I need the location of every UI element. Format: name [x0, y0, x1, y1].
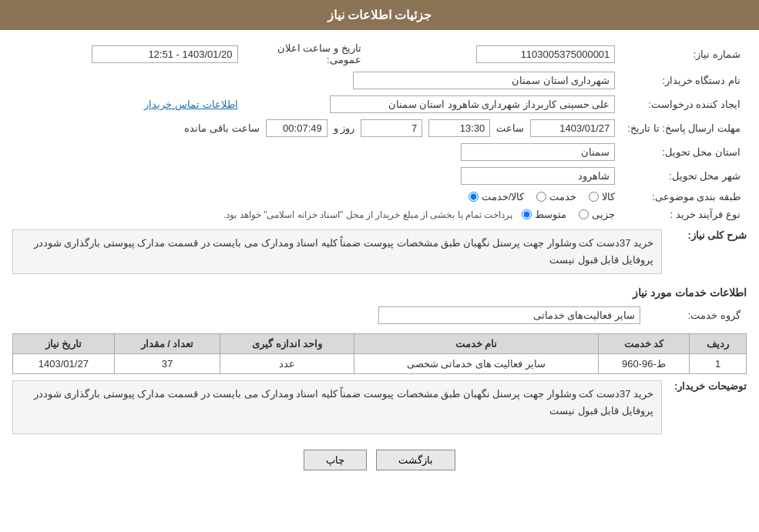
deadline-days-input: 7 [361, 119, 422, 137]
delivery-city-value: شاهرود [12, 164, 621, 188]
deadline-row-flex: 1403/01/27 ساعت 13:30 7 روز و 00:07:49 [18, 119, 615, 137]
category-khadamat-radio[interactable] [536, 192, 546, 202]
contact-info-link[interactable]: اطلاعات تماس خریدار [144, 99, 237, 110]
category-khadamat-label: خدمت [549, 191, 576, 202]
service-group-row: گروه خدمت: سایر فعالیت‌های خدماتی [12, 303, 747, 327]
delivery-city-label: شهر محل تحویل: [621, 164, 747, 188]
deadline-time-input: 13:30 [428, 119, 490, 137]
cell-row: 1 [690, 354, 747, 374]
service-group-label: گروه خدمت: [646, 303, 747, 327]
category-kala-option[interactable]: کالا [589, 191, 615, 202]
category-radio-group: کالا خدمت کالا/خدمت [468, 191, 616, 202]
delivery-province-input: سمنان [461, 143, 615, 161]
page-header: جزئیات اطلاعات نیاز [0, 0, 759, 30]
delivery-province-label: استان محل تحویل: [621, 140, 747, 164]
announcement-input: 1403/01/20 - 12:51 [92, 45, 238, 63]
button-group: بازگشت چاپ [12, 450, 747, 470]
category-khadamat-option[interactable]: خدمت [536, 191, 576, 202]
col-date: تاریخ نیاز [13, 334, 115, 354]
remaining-label: ساعت باقی مانده [184, 122, 259, 134]
buyer-notes-label: توضیحات خریدار: [670, 380, 747, 392]
process-note: پرداخت تمام یا بخشی از مبلغ خریدار از مح… [223, 209, 512, 220]
info-table: شماره نیاز: 1103005375000001 تاریخ و ساع… [12, 39, 747, 223]
time-label: ساعت [496, 122, 524, 134]
need-number-value: 1103005375000001 [368, 39, 622, 69]
deadline-row: مهلت ارسال پاسخ: تا تاریخ: 1403/01/27 سا… [12, 116, 747, 140]
description-text: خرید 37دست کت وشلوار جهت پرسنل نگهبان طب… [12, 229, 662, 274]
process-motavasset-option[interactable]: متوسط [522, 209, 566, 220]
contact-info-link-cell: اطلاعات تماس خریدار [12, 92, 244, 116]
cell-name: سایر فعالیت های خدماتی شخصی [354, 354, 599, 374]
col-code: کد خدمت [598, 334, 689, 354]
table-body: 1 ط-96-960 سایر فعالیت های خدماتی شخصی ع… [13, 354, 747, 374]
category-kala-label: کالا [602, 191, 615, 202]
delivery-city-row: شهر محل تحویل: شاهرود [12, 164, 747, 188]
category-row: طبقه بندی موضوعی: کالا خدمت کالا/خدمت [12, 188, 747, 206]
deadline-remaining-input: 00:07:49 [266, 119, 327, 137]
delivery-province-value: سمنان [12, 140, 621, 164]
process-motavasset-label: متوسط [535, 209, 566, 220]
back-button[interactable]: بازگشت [376, 450, 455, 470]
description-content: خرید 37دست کت وشلوار جهت پرسنل نگهبان طب… [12, 229, 662, 279]
requester-value: علی حسینی کاربرداز شهرداری شاهرود استان … [244, 92, 622, 116]
cell-qty: 37 [114, 354, 220, 374]
buyer-org-row: نام دستگاه خریدار: شهرداری استان سمنان [12, 69, 747, 92]
process-jozyi-option[interactable]: جزیی [579, 209, 615, 220]
col-name: نام خدمت [354, 334, 599, 354]
process-type-flex: جزیی متوسط پرداخت تمام یا بخشی از مبلغ خ… [18, 209, 615, 220]
services-data-table: ردیف کد خدمت نام خدمت واحد اندازه گیری ت… [12, 333, 747, 374]
col-row: ردیف [690, 334, 747, 354]
process-type-value: جزیی متوسط پرداخت تمام یا بخشی از مبلغ خ… [12, 206, 621, 223]
service-section-title: اطلاعات خدمات مورد نیاز [12, 286, 747, 299]
process-type-row: نوع فرآیند خرید : جزیی متوسط [12, 206, 747, 223]
buyer-org-label: نام دستگاه خریدار: [621, 69, 747, 92]
process-jozyi-radio[interactable] [579, 209, 589, 219]
cell-date: 1403/01/27 [13, 354, 115, 374]
announcement-label: تاریخ و ساعت اعلان عمومی: [244, 39, 368, 69]
requester-input: علی حسینی کاربرداز شهرداری شاهرود استان … [330, 95, 615, 113]
process-jozyi-label: جزیی [592, 209, 615, 220]
category-kala-khadamat-label: کالا/خدمت [482, 191, 525, 202]
description-label: شرح کلی نیاز: [670, 229, 747, 241]
category-kala-radio[interactable] [589, 192, 599, 202]
announcement-value: 1403/01/20 - 12:51 [12, 39, 244, 69]
buyer-notes-section: توضیحات خریدار: خرید 37دست کت وشلوار جهت… [12, 380, 747, 439]
table-header-row: ردیف کد خدمت نام خدمت واحد اندازه گیری ت… [13, 334, 747, 354]
table-header: ردیف کد خدمت نام خدمت واحد اندازه گیری ت… [13, 334, 747, 354]
buyer-notes-text: خرید 37دست کت وشلوار جهت پرسنل نگهبان طب… [12, 380, 662, 434]
need-number-input: 1103005375000001 [476, 45, 615, 63]
category-kala-khadamat-radio[interactable] [468, 192, 479, 202]
deadline-label: مهلت ارسال پاسخ: تا تاریخ: [621, 116, 747, 140]
col-unit: واحد اندازه گیری [220, 334, 354, 354]
requester-label: ایجاد کننده درخواست: [621, 92, 747, 116]
service-group-value: سایر فعالیت‌های خدماتی [12, 303, 646, 327]
page-title: جزئیات اطلاعات نیاز [327, 8, 432, 22]
table-row: 1 ط-96-960 سایر فعالیت های خدماتی شخصی ع… [13, 354, 747, 374]
print-button[interactable]: چاپ [304, 450, 367, 470]
buyer-org-input: شهرداری استان سمنان [353, 72, 615, 89]
deadline-date-input: 1403/01/27 [530, 119, 615, 137]
process-radio-group: جزیی متوسط [522, 209, 615, 220]
service-group-table: گروه خدمت: سایر فعالیت‌های خدماتی [12, 303, 747, 327]
deadline-value: 1403/01/27 ساعت 13:30 7 روز و 00:07:49 [12, 116, 621, 140]
buyer-org-value: شهرداری استان سمنان [12, 69, 621, 92]
delivery-province-row: استان محل تحویل: سمنان [12, 140, 747, 164]
buyer-notes-content: خرید 37دست کت وشلوار جهت پرسنل نگهبان طب… [12, 380, 662, 439]
main-content: شماره نیاز: 1103005375000001 تاریخ و ساع… [0, 30, 759, 487]
category-label: طبقه بندی موضوعی: [621, 188, 747, 206]
days-label: روز و [334, 122, 355, 134]
delivery-city-input: شاهرود [461, 167, 615, 185]
col-qty: تعداد / مقدار [114, 334, 220, 354]
service-group-input: سایر فعالیت‌های خدماتی [378, 306, 640, 324]
process-motavasset-radio[interactable] [522, 209, 532, 219]
category-value: کالا خدمت کالا/خدمت [12, 188, 621, 206]
cell-code: ط-96-960 [598, 354, 689, 374]
category-kala-khadamat-option[interactable]: کالا/خدمت [468, 191, 525, 202]
need-number-row: شماره نیاز: 1103005375000001 تاریخ و ساع… [12, 39, 747, 69]
need-number-label: شماره نیاز: [621, 39, 747, 69]
process-type-label: نوع فرآیند خرید : [621, 206, 747, 223]
description-section: شرح کلی نیاز: خرید 37دست کت وشلوار جهت پ… [12, 229, 747, 279]
requester-row: ایجاد کننده درخواست: علی حسینی کاربرداز … [12, 92, 747, 116]
page-wrapper: جزئیات اطلاعات نیاز شماره نیاز: 11030053… [0, 0, 759, 532]
cell-unit: عدد [220, 354, 354, 374]
